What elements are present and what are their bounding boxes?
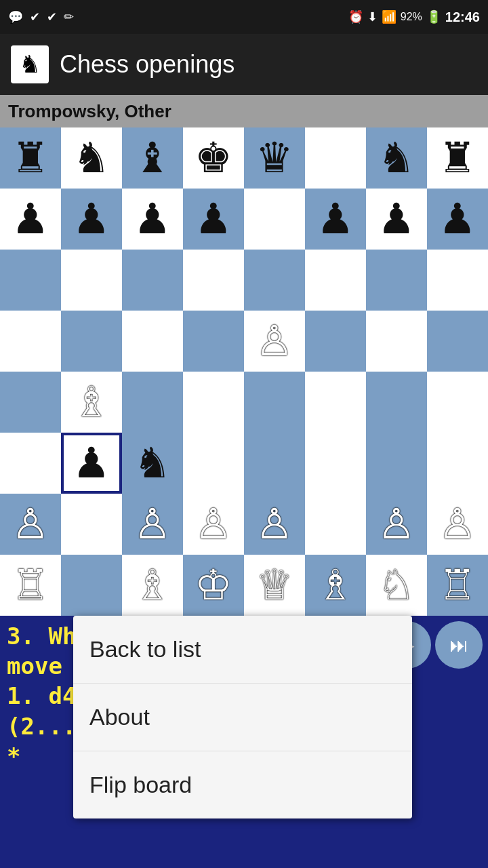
piece-queen-bl: ♛ (256, 137, 293, 179)
cell-r2c1: ♟ (0, 189, 61, 250)
cell-r8c6: ♗ (305, 555, 366, 616)
cell-r6c6 (305, 433, 366, 494)
menu-back-to-list[interactable]: Back to list (73, 616, 412, 684)
chess-board: ♜ ♞ ♝ ♚ ♛ ♞ ♜ ♟ ♟ ♟ ♟ ♟ ♟ ♟ ♙ ♗ ♟ ♞ ♙ ♙ … (0, 127, 488, 616)
signal-icon: 📶 (382, 9, 396, 24)
edit-icon: ✏ (64, 9, 74, 24)
piece-pawn-bl1: ♟ (12, 198, 49, 240)
piece-knight-bl2: ♞ (378, 137, 415, 179)
cell-r1c4: ♚ (183, 127, 244, 189)
cell-r3c7 (366, 250, 427, 311)
piece-knight-wh: ♘ (378, 564, 415, 606)
cell-r4c2 (61, 311, 122, 372)
cell-r7c5: ♙ (244, 494, 305, 555)
cell-r3c3 (122, 250, 183, 311)
cell-r8c7: ♘ (366, 555, 427, 616)
piece-knight-bl: ♞ (73, 137, 110, 179)
piece-bishop-wh3: ♗ (317, 564, 354, 606)
menu-flip-board[interactable]: Flip board (73, 751, 412, 818)
cell-r1c6 (305, 127, 366, 189)
piece-rook-wh1: ♖ (12, 564, 49, 606)
piece-rook-bl: ♜ (12, 137, 49, 179)
cell-r7c4: ♙ (183, 494, 244, 555)
cell-r5c7 (366, 372, 427, 433)
message-icon: 💬 (8, 9, 23, 24)
cell-r6c4 (183, 433, 244, 494)
cell-r7c8: ♙ (427, 494, 488, 555)
piece-pawn-wh-h2: ♙ (439, 503, 476, 545)
cell-r4c7 (366, 311, 427, 372)
piece-pawn-bl3: ♟ (134, 198, 171, 240)
cell-r5c3 (122, 372, 183, 433)
cell-r1c3: ♝ (122, 127, 183, 189)
cell-r7c7: ♙ (366, 494, 427, 555)
cell-r2c8: ♟ (427, 189, 488, 250)
cell-r3c6 (305, 250, 366, 311)
cell-r5c5 (244, 372, 305, 433)
status-time: 12:46 (445, 9, 480, 25)
cell-r6c8 (427, 433, 488, 494)
cell-r1c8: ♜ (427, 127, 488, 189)
app-bar: ♞ Chess openings (0, 34, 488, 95)
piece-pawn-b3: ♟ (73, 442, 110, 484)
piece-rook-wh2: ♖ (439, 564, 476, 606)
piece-bishop-wh2: ♗ (134, 564, 171, 606)
cell-r8c4: ♔ (183, 555, 244, 616)
cell-r8c2 (61, 555, 122, 616)
cell-r7c6 (305, 494, 366, 555)
cell-r4c6 (305, 311, 366, 372)
nav-last-button[interactable]: ⏭ (435, 621, 483, 669)
cell-r2c7: ♟ (366, 189, 427, 250)
piece-queen-wh: ♕ (256, 564, 293, 606)
cell-r6c2-selected: ♟ (61, 433, 122, 494)
opening-bar: Trompowsky, Other (0, 95, 488, 127)
cell-r2c3: ♟ (122, 189, 183, 250)
cell-r7c3: ♙ (122, 494, 183, 555)
bottom-area: 3. White's move 1. d4 (2... * ⏮ ◀ ▶ ⏭ Ba… (0, 616, 488, 868)
piece-king-wh: ♔ (195, 564, 232, 606)
piece-pawn-wh-d2: ♙ (195, 503, 232, 545)
cell-r5c2: ♗ (61, 372, 122, 433)
cell-r1c7: ♞ (366, 127, 427, 189)
cell-r6c3: ♞ (122, 433, 183, 494)
cell-r8c1: ♖ (0, 555, 61, 616)
alarm-icon: ⏰ (348, 9, 363, 24)
double-check-icon: ✔ (47, 9, 57, 24)
menu-about[interactable]: About (73, 684, 412, 751)
cell-r2c6: ♟ (305, 189, 366, 250)
download-icon: ⬇ (367, 9, 378, 24)
check-icon: ✔ (30, 9, 40, 24)
battery-icon: 🔋 (426, 9, 441, 24)
cell-r5c6 (305, 372, 366, 433)
cell-r7c2 (61, 494, 122, 555)
status-icons-right: ⏰ ⬇ 📶 92% 🔋 12:46 (348, 9, 480, 25)
piece-pawn-wh-g2: ♙ (378, 503, 415, 545)
cell-r6c5 (244, 433, 305, 494)
piece-pawn-wh-e2: ♙ (256, 503, 293, 545)
status-bar: 💬 ✔ ✔ ✏ ⏰ ⬇ 📶 92% 🔋 12:46 (0, 0, 488, 34)
cell-r1c5: ♛ (244, 127, 305, 189)
piece-pawn-wh-e5: ♙ (256, 320, 293, 362)
cell-r8c8: ♖ (427, 555, 488, 616)
piece-king-bl: ♚ (195, 137, 232, 179)
cell-r8c5: ♕ (244, 555, 305, 616)
cell-r6c1 (0, 433, 61, 494)
cell-r4c1 (0, 311, 61, 372)
piece-pawn-bl6: ♟ (378, 198, 415, 240)
cell-r2c4: ♟ (183, 189, 244, 250)
piece-rook-bl2: ♜ (439, 137, 476, 179)
cell-r8c3: ♗ (122, 555, 183, 616)
cell-r3c1 (0, 250, 61, 311)
piece-bishop-bl1: ♝ (134, 137, 171, 179)
app-title: Chess openings (60, 50, 235, 79)
cell-r4c3 (122, 311, 183, 372)
status-icons-left: 💬 ✔ ✔ ✏ (8, 9, 74, 24)
piece-bishop-wh: ♗ (73, 381, 110, 423)
piece-knight-c3: ♞ (134, 442, 171, 484)
cell-r4c8 (427, 311, 488, 372)
app-icon: ♞ (11, 45, 49, 83)
battery-text: 92% (401, 11, 422, 23)
cell-r5c1 (0, 372, 61, 433)
piece-pawn-bl7: ♟ (439, 198, 476, 240)
cell-r4c4 (183, 311, 244, 372)
